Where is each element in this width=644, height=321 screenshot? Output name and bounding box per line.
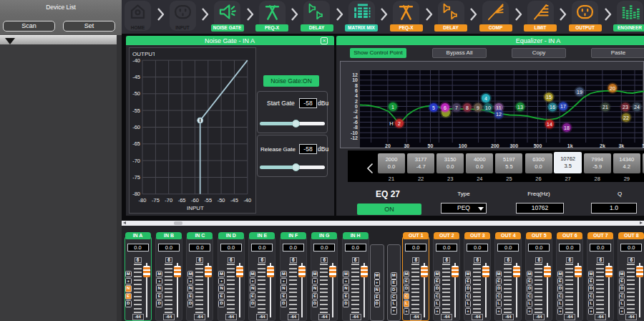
svg-text:10: 10 — [352, 77, 358, 82]
svg-text:-65: -65 — [178, 197, 186, 203]
svg-text:-50: -50 — [218, 197, 225, 203]
svg-text:6: 6 — [444, 105, 447, 110]
svg-text:21: 21 — [602, 105, 608, 110]
svg-text:18: 18 — [564, 125, 570, 130]
svg-text:-60: -60 — [191, 197, 199, 203]
svg-text:INPUT: INPUT — [187, 205, 204, 211]
svg-text:-60: -60 — [132, 124, 140, 130]
svg-text:9: 9 — [477, 105, 479, 110]
svg-text:24: 24 — [634, 105, 640, 110]
svg-text:-12: -12 — [351, 135, 358, 140]
svg-text:7: 7 — [455, 105, 458, 110]
svg-text:-70: -70 — [132, 158, 140, 164]
svg-text:30: 30 — [404, 143, 409, 148]
svg-text:-75: -75 — [132, 174, 140, 181]
svg-text:0: 0 — [355, 104, 358, 109]
svg-text:15: 15 — [546, 95, 552, 100]
svg-text:300: 300 — [509, 143, 518, 148]
svg-text:8: 8 — [466, 105, 469, 110]
svg-text:-4: -4 — [353, 115, 358, 120]
svg-text:20: 20 — [385, 143, 391, 148]
svg-text:-45: -45 — [230, 197, 238, 203]
svg-text:2: 2 — [355, 99, 358, 104]
svg-text:1: 1 — [391, 105, 394, 110]
svg-text:-6: -6 — [353, 120, 358, 125]
svg-text:-65: -65 — [132, 140, 140, 147]
svg-text:17: 17 — [560, 104, 566, 109]
svg-text:-75: -75 — [152, 197, 160, 203]
svg-text:-55: -55 — [132, 107, 140, 114]
svg-text:-80: -80 — [132, 191, 140, 197]
svg-text:5: 5 — [432, 105, 435, 110]
svg-text:22: 22 — [623, 115, 629, 120]
svg-text:100: 100 — [459, 143, 467, 148]
svg-text:12: 12 — [352, 72, 358, 77]
svg-text:1k: 1k — [567, 143, 573, 148]
svg-text:6: 6 — [355, 88, 358, 93]
svg-text:13: 13 — [517, 105, 523, 110]
svg-text:16: 16 — [550, 105, 555, 110]
svg-text:200: 200 — [491, 143, 499, 148]
svg-text:50: 50 — [428, 143, 434, 148]
svg-text:500: 500 — [534, 143, 542, 148]
svg-text:19: 19 — [577, 90, 582, 95]
svg-text:-40: -40 — [132, 57, 140, 64]
svg-text:2: 2 — [398, 121, 401, 126]
svg-text:-55: -55 — [204, 197, 212, 203]
svg-text:14: 14 — [547, 122, 552, 127]
svg-text:-70: -70 — [165, 197, 172, 203]
svg-text:-50: -50 — [132, 90, 140, 97]
svg-text:4: 4 — [355, 93, 358, 98]
svg-text:10: 10 — [485, 105, 491, 110]
svg-text:-2: -2 — [353, 109, 358, 114]
svg-text:4: 4 — [484, 96, 487, 101]
svg-text:12: 12 — [496, 112, 502, 117]
svg-text:23: 23 — [623, 105, 628, 110]
svg-text:-80: -80 — [139, 197, 147, 203]
svg-text:-45: -45 — [132, 74, 140, 80]
svg-text:-10: -10 — [351, 130, 358, 135]
svg-text:2k: 2k — [600, 143, 605, 148]
svg-text:3k: 3k — [618, 143, 624, 148]
svg-text:8: 8 — [355, 83, 358, 88]
svg-text:-8: -8 — [353, 125, 358, 130]
svg-text:-40: -40 — [243, 197, 251, 203]
svg-text:H: H — [389, 120, 393, 127]
svg-text:20: 20 — [610, 86, 615, 91]
